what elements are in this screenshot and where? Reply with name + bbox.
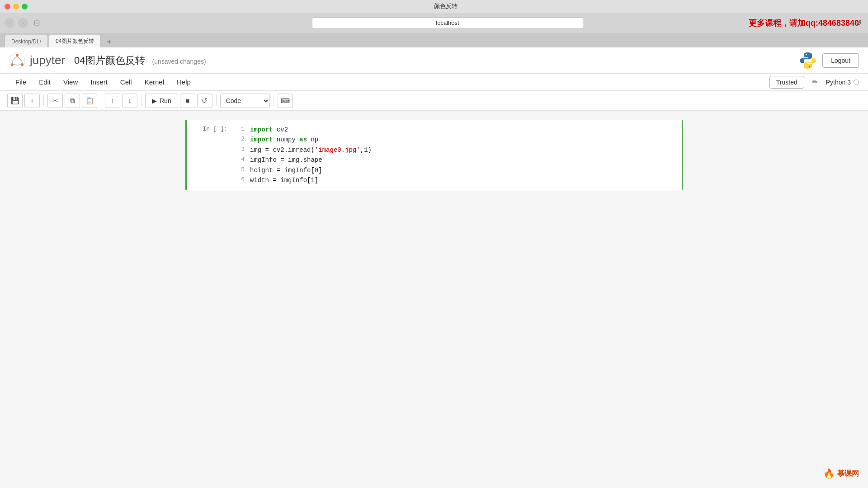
code-line-5: 5 height = imgInfo[0] [237, 165, 677, 175]
run-label: Run [160, 97, 171, 104]
line-content-2: import numpy as np [250, 135, 677, 145]
toolbar-separator-1 [43, 95, 44, 106]
header-right: Logout [799, 52, 859, 70]
kernel-status-indicator [854, 80, 859, 85]
code-cell[interactable]: In [ ]: 1 import cv2 2 import numpy as n… [185, 120, 683, 190]
svg-point-5 [809, 66, 810, 67]
tab-notebook-label: 04图片颜色反转 [56, 38, 94, 45]
title-bar-text: 颜色反转 [434, 2, 458, 10]
line-num-3: 3 [237, 145, 245, 155]
line-num-2: 2 [237, 135, 245, 145]
move-down-button[interactable]: ↓ [122, 94, 137, 108]
kernel-info: Python 3 [826, 79, 859, 86]
cell-container: In [ ]: 1 import cv2 2 import numpy as n… [185, 120, 683, 190]
watermark-text: 慕课网 [837, 469, 859, 479]
line-content-5: height = imgInfo[0] [250, 165, 677, 175]
cell-code-area[interactable]: 1 import cv2 2 import numpy as np 3 img … [232, 120, 682, 190]
toolbar-separator-5 [274, 95, 274, 106]
paste-button[interactable]: 📋 [82, 94, 97, 108]
jupyter-title-text: jupyter [30, 53, 65, 67]
code-line-4: 4 imgInfo = img.shape [237, 155, 677, 165]
svg-point-4 [806, 54, 807, 55]
tab-desktop-label: Desktop/DL/ [11, 38, 41, 45]
browser-bar: ‹ › ⊡ localhost ↺ 更多课程，请加qq:484683840 [0, 13, 868, 33]
run-button[interactable]: ▶ Run [145, 94, 178, 108]
toolbar: 💾 + ✂ ⧉ 📋 ↑ ↓ ▶ Run ■ ↺ Code Markdown Ra… [0, 91, 868, 111]
back-button[interactable]: ‹ [5, 18, 14, 28]
code-line-6: 6 width = imgInfo[1] [237, 175, 677, 185]
title-bar: 颜色反转 [0, 0, 868, 13]
jupyter-logo-area: jupyter [9, 52, 65, 69]
keyboard-shortcuts-button[interactable]: ⌨ [278, 94, 293, 108]
copy-button[interactable]: ⧉ [65, 94, 80, 108]
menu-insert[interactable]: Insert [84, 74, 114, 91]
toolbar-separator-2 [101, 95, 101, 106]
tab-bar: Desktop/DL/ 04图片颜色反转 + [0, 33, 868, 47]
code-line-3: 3 img = cv2.imread('image0.jpg',1) [237, 145, 677, 155]
menu-file[interactable]: File [9, 74, 33, 91]
add-cell-button[interactable]: + [24, 94, 40, 108]
fire-icon: 🔥 [823, 468, 835, 479]
jupyter-logo-icon [9, 52, 25, 69]
menu-help[interactable]: Help [170, 74, 197, 91]
line-content-6: width = imgInfo[1] [250, 175, 677, 185]
forward-button[interactable]: › [18, 18, 28, 28]
cell-type-select[interactable]: Code Markdown Raw NBConvert [220, 94, 270, 108]
stop-button[interactable]: ■ [180, 94, 195, 108]
line-num-6: 6 [237, 175, 245, 185]
unsaved-changes-label: (unsaved changes) [152, 58, 206, 65]
line-content-1: import cv2 [250, 125, 677, 135]
menu-kernel[interactable]: Kernel [138, 74, 170, 91]
menu-cell[interactable]: Cell [114, 74, 138, 91]
code-line-1: 1 import cv2 [237, 125, 677, 135]
sidebar-toggle-button[interactable]: ⊡ [32, 18, 42, 28]
address-bar[interactable]: localhost [312, 17, 583, 29]
svg-point-1 [16, 54, 19, 56]
new-tab-button[interactable]: + [104, 37, 114, 47]
code-line-2: 2 import numpy as np [237, 135, 677, 145]
python-logo-icon [799, 52, 817, 70]
notebook-title[interactable]: 04图片颜色反转 [74, 54, 145, 67]
cell-prompt: In [ ]: [187, 120, 232, 190]
line-num-1: 1 [237, 125, 245, 135]
close-window-button[interactable] [5, 4, 10, 9]
tab-notebook[interactable]: 04图片颜色反转 [49, 35, 101, 47]
watermark: 🔥 慕课网 [823, 468, 859, 479]
edit-icon-button[interactable]: ✏ [809, 76, 821, 89]
restart-button[interactable]: ↺ [197, 94, 212, 108]
tab-desktop[interactable]: Desktop/DL/ [5, 35, 48, 47]
line-num-5: 5 [237, 165, 245, 175]
line-content-4: imgInfo = img.shape [250, 155, 677, 165]
run-icon: ▶ [152, 97, 157, 104]
menu-bar: File Edit View Insert Cell Kernel Help T… [0, 74, 868, 91]
save-button[interactable]: 💾 [7, 94, 23, 108]
move-up-button[interactable]: ↑ [105, 94, 120, 108]
logout-button[interactable]: Logout [822, 53, 859, 68]
cut-button[interactable]: ✂ [47, 94, 63, 108]
trusted-button[interactable]: Trusted [769, 76, 804, 89]
window-controls [5, 4, 28, 9]
notebook-content: In [ ]: 1 import cv2 2 import numpy as n… [0, 111, 868, 488]
menu-right: Trusted ✏ Python 3 [769, 76, 859, 89]
jupyter-main: jupyter 04图片颜色反转 (unsaved changes) [0, 47, 868, 488]
menu-edit[interactable]: Edit [33, 74, 57, 91]
line-content-3: img = cv2.imread('image0.jpg',1) [250, 145, 677, 155]
jupyter-header: jupyter 04图片颜色反转 (unsaved changes) [0, 47, 868, 74]
menu-view[interactable]: View [57, 74, 84, 91]
promo-text: 更多课程，请加qq:484683840 [749, 18, 859, 28]
toolbar-separator-3 [141, 95, 142, 106]
toolbar-separator-4 [216, 95, 217, 106]
line-num-4: 4 [237, 155, 245, 165]
maximize-window-button[interactable] [22, 4, 28, 9]
kernel-name-label: Python 3 [826, 79, 851, 86]
minimize-window-button[interactable] [13, 4, 19, 9]
